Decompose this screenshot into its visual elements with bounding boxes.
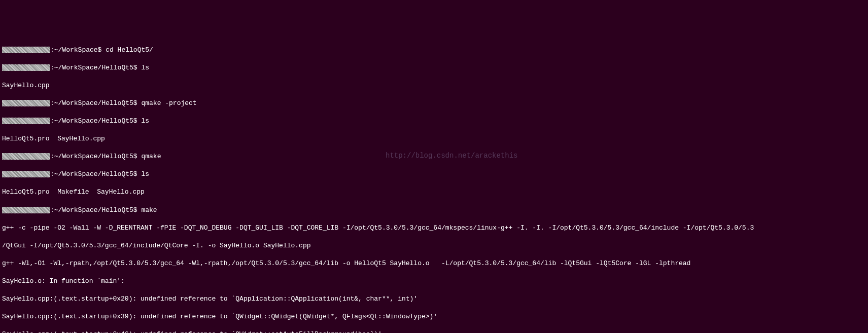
- username-redacted: [2, 47, 50, 53]
- prompt-line: :~/WorkSpace/HelloQt5$ ls: [2, 63, 866, 72]
- prompt-path: :~/WorkSpace/HelloQt5$: [50, 206, 141, 214]
- username-redacted: [2, 153, 50, 160]
- prompt-path: :~/WorkSpace/HelloQt5$: [50, 99, 141, 107]
- command-text: ls: [141, 64, 149, 71]
- command-text: ls: [141, 170, 149, 178]
- output-line: SayHello.cpp: [2, 81, 866, 90]
- command-text: qmake: [141, 153, 161, 160]
- terminal-output[interactable]: :~/WorkSpace$ cd HelloQt5/ :~/WorkSpace/…: [2, 36, 866, 333]
- prompt-path: :~/WorkSpace/HelloQt5$: [50, 64, 141, 71]
- prompt-path: :~/WorkSpace/HelloQt5$: [50, 117, 141, 125]
- error-line: SayHello.cpp:(.text.startup+0x46): undef…: [2, 330, 866, 333]
- command-text: ls: [141, 117, 149, 125]
- output-line: HelloQt5.pro SayHello.cpp: [2, 134, 866, 143]
- command-text: make: [141, 206, 157, 214]
- prompt-path: :~/WorkSpace/HelloQt5$: [50, 170, 141, 178]
- username-redacted: [2, 207, 50, 213]
- username-redacted: [2, 64, 50, 71]
- username-redacted: [2, 118, 50, 124]
- output-line: SayHello.o: In function `main':: [2, 277, 866, 286]
- command-text: cd HelloQt5/: [106, 46, 153, 54]
- prompt-line: :~/WorkSpace/HelloQt5$ make: [2, 206, 866, 215]
- output-line: /QtGui -I/opt/Qt5.3.0/5.3/gcc_64/include…: [2, 241, 866, 250]
- prompt-path: :~/WorkSpace$: [50, 46, 106, 54]
- username-redacted: [2, 100, 50, 106]
- command-text: qmake -project: [141, 99, 196, 107]
- prompt-line: :~/WorkSpace/HelloQt5$ qmake: [2, 152, 866, 161]
- prompt-line: :~/WorkSpace/HelloQt5$ ls: [2, 117, 866, 126]
- prompt-line: :~/WorkSpace/HelloQt5$ ls: [2, 170, 866, 179]
- error-line: SayHello.cpp:(.text.startup+0x20): undef…: [2, 294, 866, 304]
- output-line: HelloQt5.pro Makefile SayHello.cpp: [2, 188, 866, 197]
- prompt-path: :~/WorkSpace/HelloQt5$: [50, 153, 141, 160]
- error-line: SayHello.cpp:(.text.startup+0x39): undef…: [2, 312, 866, 321]
- prompt-line: :~/WorkSpace/HelloQt5$ qmake -project: [2, 99, 866, 108]
- output-line: g++ -Wl,-O1 -Wl,-rpath,/opt/Qt5.3.0/5.3/…: [2, 259, 866, 268]
- output-line: g++ -c -pipe -O2 -Wall -W -D_REENTRANT -…: [2, 224, 866, 233]
- username-redacted: [2, 171, 50, 177]
- prompt-line: :~/WorkSpace$ cd HelloQt5/: [2, 46, 866, 55]
